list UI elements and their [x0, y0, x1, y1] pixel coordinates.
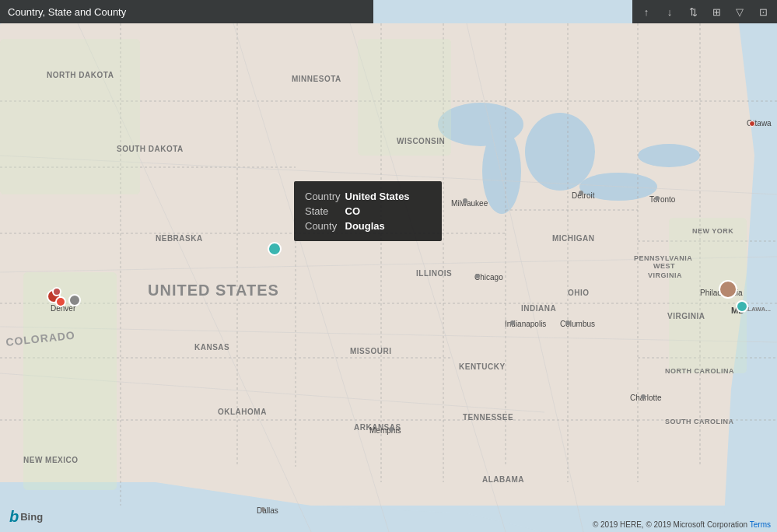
tooltip-label-county: County: [305, 219, 345, 233]
tooltip-value-county: Douglas: [345, 219, 415, 233]
sort-toggle-button[interactable]: ⇅: [682, 2, 704, 22]
svg-text:Columbus: Columbus: [560, 320, 595, 328]
terms-link[interactable]: Terms: [750, 520, 771, 529]
svg-text:Toronto: Toronto: [649, 195, 676, 204]
marker-philadelphia[interactable]: [719, 280, 737, 299]
svg-text:SOUTH CAROLINA: SOUTH CAROLINA: [665, 418, 734, 425]
marker-denver-red2[interactable]: [55, 296, 66, 307]
sort-ascending-button[interactable]: ↑: [635, 2, 657, 22]
tooltip-value-state: CO: [345, 204, 415, 219]
marker-denver-pink[interactable]: [52, 287, 61, 296]
marker-denver-gray[interactable]: [68, 294, 81, 306]
map-background: NORTH DAKOTA SOUTH DAKOTA NEBRASKA KANSA…: [0, 0, 777, 532]
svg-text:ALABAMA: ALABAMA: [482, 475, 524, 484]
tooltip-label-state: State: [305, 204, 345, 219]
svg-text:WISCONSIN: WISCONSIN: [397, 137, 445, 145]
svg-text:NORTH CAROLINA: NORTH CAROLINA: [665, 367, 734, 375]
svg-text:NEBRASKA: NEBRASKA: [156, 234, 203, 243]
svg-text:Memphis: Memphis: [369, 426, 401, 435]
expand-button[interactable]: ⊞: [705, 2, 727, 22]
svg-point-88: [579, 191, 583, 195]
title-bar: Country, State and County: [0, 0, 373, 23]
svg-text:INDIANA: INDIANA: [521, 304, 556, 313]
svg-text:MICHIGAN: MICHIGAN: [552, 234, 595, 243]
svg-text:MINNESOTA: MINNESOTA: [292, 75, 341, 83]
bing-icon: b: [9, 508, 19, 526]
svg-text:Charlotte: Charlotte: [630, 394, 662, 402]
svg-rect-45: [0, 39, 140, 194]
svg-point-86: [475, 274, 480, 278]
bing-logo: b Bing: [6, 508, 43, 526]
svg-text:PENNSYLVANIA: PENNSYLVANIA: [634, 254, 692, 262]
svg-point-11: [525, 113, 595, 191]
bing-text: Bing: [20, 511, 43, 523]
svg-text:SOUTH DAKOTA: SOUTH DAKOTA: [117, 145, 184, 153]
svg-text:OHIO: OHIO: [568, 289, 590, 297]
view-button[interactable]: ⊡: [752, 2, 774, 22]
tooltip-table: Country United States State CO County Do…: [305, 189, 415, 233]
svg-point-92: [641, 394, 646, 399]
svg-point-10: [482, 128, 521, 214]
svg-text:VIRGINIA: VIRGINIA: [648, 271, 682, 279]
svg-text:VIRGINIA: VIRGINIA: [667, 312, 705, 320]
map-container: NORTH DAKOTA SOUTH DAKOTA NEBRASKA KANSA…: [0, 0, 777, 532]
tooltip-label-country: Country: [305, 189, 345, 204]
svg-text:ILLINOIS: ILLINOIS: [416, 269, 452, 278]
svg-text:NEW YORK: NEW YORK: [692, 227, 733, 235]
svg-text:WEST: WEST: [653, 262, 675, 270]
svg-text:UNITED STATES: UNITED STATES: [148, 282, 279, 299]
svg-text:TENNESSEE: TENNESSEE: [463, 413, 513, 422]
svg-point-96: [268, 243, 281, 255]
svg-text:Dallas: Dallas: [257, 506, 278, 515]
sort-descending-button[interactable]: ↓: [659, 2, 681, 22]
svg-text:NORTH DAKOTA: NORTH DAKOTA: [47, 71, 114, 79]
map-tooltip: Country United States State CO County Do…: [294, 181, 442, 241]
svg-point-89: [655, 196, 660, 201]
svg-point-94: [261, 507, 265, 512]
svg-point-90: [510, 320, 515, 325]
tooltip-row-state: State CO: [305, 204, 415, 219]
svg-point-87: [463, 198, 467, 203]
svg-text:NEW MEXICO: NEW MEXICO: [23, 456, 79, 464]
chart-title: Country, State and County: [8, 6, 126, 18]
copyright-text: © 2019 HERE, © 2019 Microsoft Corporatio…: [593, 520, 747, 529]
svg-point-91: [565, 320, 570, 325]
copyright-notice: © 2019 HERE, © 2019 Microsoft Corporatio…: [593, 520, 771, 529]
svg-text:OKLAHOMA: OKLAHOMA: [218, 408, 267, 416]
svg-point-13: [638, 144, 700, 167]
tooltip-value-country: United States: [345, 189, 415, 204]
svg-text:Milwaukee: Milwaukee: [451, 199, 488, 208]
svg-point-93: [389, 427, 394, 432]
filter-button[interactable]: ▽: [729, 2, 751, 22]
svg-text:KENTUCKY: KENTUCKY: [459, 362, 506, 371]
marker-md[interactable]: [736, 300, 748, 313]
svg-text:MISSOURI: MISSOURI: [350, 347, 391, 355]
svg-text:KANSAS: KANSAS: [194, 343, 229, 352]
tooltip-row-country: Country United States: [305, 189, 415, 204]
toolbar: ↑ ↓ ⇅ ⊞ ▽ ⊡: [632, 0, 777, 23]
tooltip-row-county: County Douglas: [305, 219, 415, 233]
marker-ottawa[interactable]: [749, 121, 755, 127]
